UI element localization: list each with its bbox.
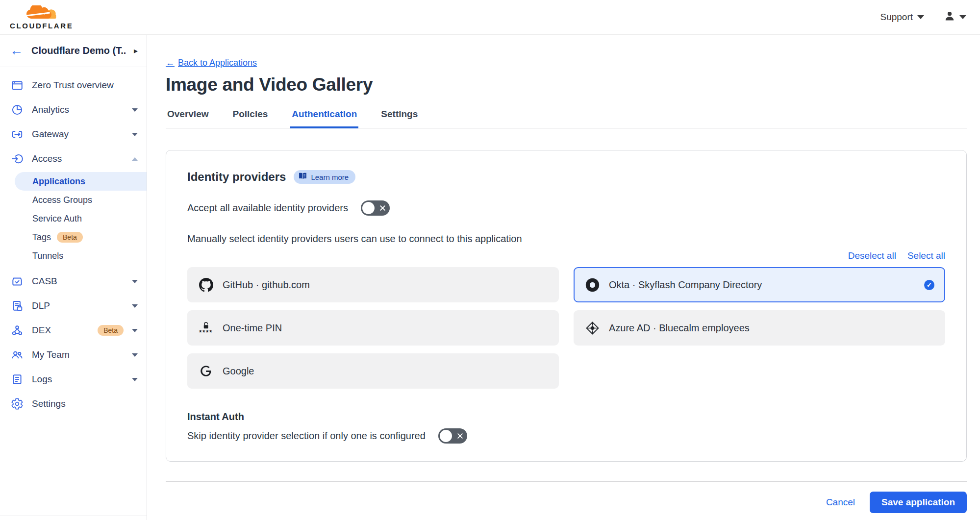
account-name[interactable]: Cloudflare Demo (T... <box>31 45 126 56</box>
identity-providers-card: Identity providers Learn more <box>166 150 967 462</box>
github-icon <box>198 278 214 292</box>
gateway-icon <box>11 128 24 141</box>
pie-chart-icon <box>11 103 24 116</box>
sidebar-item-label: CASB <box>32 276 124 287</box>
cloudflare-logo[interactable]: CLOUDFLARE <box>10 5 73 29</box>
sidebar-item-casb[interactable]: CASB <box>0 269 147 294</box>
sidebar-item-logs[interactable]: Logs <box>0 367 147 392</box>
instant-auth-toggle[interactable] <box>438 428 467 444</box>
user-icon <box>944 10 955 24</box>
sidebar: ← Cloudflare Demo (T... ▸ Zero Trust ove… <box>0 35 147 520</box>
sidebar-item-zero-trust-overview[interactable]: Zero Trust overview <box>0 73 147 98</box>
card-header: Identity providers Learn more <box>187 170 945 184</box>
book-icon <box>299 173 307 181</box>
chevron-down-icon <box>959 15 966 19</box>
sidebar-item-my-team[interactable]: My Team <box>0 343 147 367</box>
tab-authentication[interactable]: Authentication <box>290 109 358 128</box>
sidebar-item-gateway[interactable]: Gateway <box>0 122 147 147</box>
sidebar-subitem-label: Service Auth <box>32 214 82 224</box>
box-check-icon <box>11 275 24 288</box>
provider-name: Okta · Skyflash Company Directory <box>609 279 762 291</box>
chevron-down-icon <box>132 378 138 381</box>
sidebar-item-label: DEX <box>32 325 83 336</box>
sidebar-item-service-auth[interactable]: Service Auth <box>0 209 147 228</box>
document-lock-icon <box>11 299 24 312</box>
sidebar-subitem-label: Access Groups <box>32 195 92 205</box>
sidebar-item-dex[interactable]: DEX Beta <box>0 318 147 343</box>
accept-all-toggle[interactable] <box>361 200 390 216</box>
cloudflare-wordmark: CLOUDFLARE <box>10 22 73 29</box>
sidebar-item-label: Settings <box>32 398 138 409</box>
sidebar-nav: Zero Trust overview Analytics <box>0 67 147 416</box>
sidebar-item-analytics[interactable]: Analytics <box>0 98 147 122</box>
toggle-knob <box>362 202 375 214</box>
chevron-right-icon[interactable]: ▸ <box>134 46 138 55</box>
provider-grid: GitHub · github.com Okta · Skyflash Comp… <box>187 267 945 389</box>
google-icon <box>198 365 214 377</box>
sidebar-item-applications[interactable]: Applications <box>15 172 147 191</box>
sidebar-item-label: My Team <box>32 349 124 360</box>
chevron-down-icon <box>132 133 138 136</box>
cancel-button[interactable]: Cancel <box>826 497 855 508</box>
manual-select-text: Manually select identity providers users… <box>187 233 945 245</box>
sidebar-subitem-label: Tags <box>32 232 51 243</box>
azure-ad-icon <box>584 322 600 335</box>
card-title: Identity providers <box>187 170 286 184</box>
deselect-all-link[interactable]: Deselect all <box>848 250 896 261</box>
back-arrow-icon[interactable]: ← <box>10 44 23 57</box>
topbar-right: Support <box>880 10 966 24</box>
chevron-down-icon <box>132 108 138 112</box>
provider-tile-okta[interactable]: Okta · Skyflash Company Directory ✓ <box>574 267 945 302</box>
chevron-down-icon <box>917 15 924 19</box>
topbar: CLOUDFLARE Support <box>0 0 980 35</box>
beta-badge: Beta <box>57 232 83 243</box>
instant-auth-row: Skip identity provider selection if only… <box>187 428 945 444</box>
main-content: ← Back to Applications Image and Video G… <box>147 35 980 520</box>
sidebar-item-access-groups[interactable]: Access Groups <box>0 191 147 209</box>
sidebar-item-tunnels[interactable]: Tunnels <box>0 247 147 265</box>
provider-tile-azure-ad[interactable]: Azure AD · Bluecalm employees <box>574 310 945 346</box>
back-link-label: Back to Applications <box>178 58 257 68</box>
sidebar-item-label: Zero Trust overview <box>32 80 138 91</box>
save-application-button[interactable]: Save application <box>870 492 967 513</box>
tab-policies[interactable]: Policies <box>231 109 270 128</box>
log-list-icon <box>11 373 24 386</box>
okta-icon <box>584 278 600 292</box>
chevron-down-icon <box>132 304 138 308</box>
provider-tile-one-time-pin[interactable]: **** One-time PIN <box>187 310 559 346</box>
back-arrow-icon: ← <box>166 58 175 68</box>
browser-window-icon <box>11 79 24 92</box>
sidebar-item-access[interactable]: Access <box>0 147 147 171</box>
footer-actions: Cancel Save application <box>166 492 967 513</box>
selected-check-icon: ✓ <box>924 280 934 290</box>
sidebar-item-dlp[interactable]: DLP <box>0 294 147 318</box>
provider-name: GitHub · github.com <box>223 279 310 291</box>
account-menu[interactable] <box>944 10 966 24</box>
back-to-applications-link[interactable]: ← Back to Applications <box>166 58 257 68</box>
sidebar-item-tags[interactable]: Tags Beta <box>0 228 147 247</box>
sidebar-item-label: Logs <box>32 374 124 385</box>
tab-overview[interactable]: Overview <box>166 109 210 128</box>
select-all-link[interactable]: Select all <box>907 250 945 261</box>
chevron-down-icon <box>132 280 138 283</box>
sidebar-subitem-label: Tunnels <box>32 251 63 261</box>
sidebar-item-label: DLP <box>32 300 124 311</box>
provider-tile-github[interactable]: GitHub · github.com <box>187 267 559 302</box>
otp-stars: **** <box>199 330 213 334</box>
chevron-up-icon <box>132 157 138 161</box>
provider-tile-google[interactable]: Google <box>187 353 559 389</box>
support-menu[interactable]: Support <box>880 12 924 23</box>
sidebar-bottom-divider <box>0 516 147 520</box>
toggle-off-x-icon <box>457 430 463 442</box>
tab-bar: Overview Policies Authentication Setting… <box>166 109 967 128</box>
instant-auth-label: Skip identity provider selection if only… <box>187 430 426 442</box>
chevron-down-icon <box>132 329 138 332</box>
sidebar-item-settings[interactable]: Settings <box>0 392 147 416</box>
provider-name: One-time PIN <box>223 322 282 334</box>
accept-all-label: Accept all available identity providers <box>187 202 348 214</box>
learn-more-badge[interactable]: Learn more <box>294 170 355 184</box>
provider-name: Google <box>223 366 254 377</box>
tab-settings[interactable]: Settings <box>379 109 419 128</box>
sidebar-account-header: ← Cloudflare Demo (T... ▸ <box>0 35 147 67</box>
instant-auth-heading: Instant Auth <box>187 411 945 422</box>
